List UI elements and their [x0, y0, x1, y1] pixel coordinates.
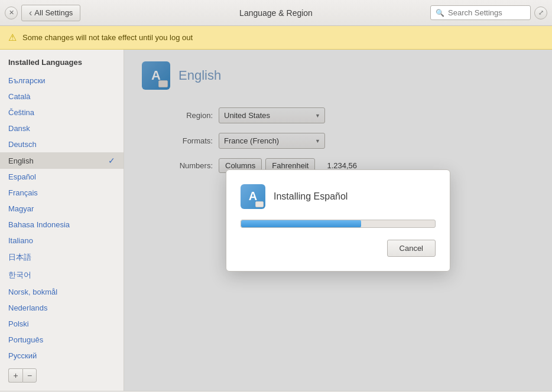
progress-bar-fill	[241, 220, 361, 227]
modal-icon: A	[241, 184, 265, 209]
sidebar-item-bulgarian[interactable]: Български	[0, 73, 124, 89]
sidebar-item-polski[interactable]: Polski	[0, 316, 124, 332]
sidebar-item-italiano[interactable]: Italiano	[0, 233, 124, 249]
sidebar-item-japanese[interactable]: 日本語	[0, 249, 124, 266]
sidebar-item-russian[interactable]: Русский	[0, 348, 124, 364]
sidebar-item-label: 日本語	[8, 252, 31, 263]
sidebar-item-dansk[interactable]: Dansk	[0, 120, 124, 136]
sidebar-item-label: Русский	[8, 351, 37, 360]
sidebar-item-label: Български	[8, 76, 46, 85]
sidebar-item-korean[interactable]: 한국어	[0, 266, 124, 284]
modal-overlay: A Installing Español Cancel	[124, 50, 552, 391]
main-layout: Installed Languages Български Català Češ…	[0, 50, 552, 391]
title-bar: ✕ All Settings Language & Region 🔍 ⤢	[0, 0, 552, 26]
sidebar-item-english[interactable]: English ✓	[0, 152, 124, 169]
sidebar-actions: + −	[0, 364, 124, 387]
search-box[interactable]: 🔍	[430, 5, 531, 20]
sidebar-item-deutsch[interactable]: Deutsch	[0, 136, 124, 152]
warning-banner: ⚠ Some changes will not take effect unti…	[0, 26, 552, 50]
progress-bar-track	[241, 220, 436, 228]
sidebar-item-nederlands[interactable]: Nederlands	[0, 300, 124, 316]
content-area: A English Region: United States Formats:…	[124, 50, 552, 391]
window-title: Language & Region	[239, 8, 313, 18]
search-input[interactable]	[448, 8, 525, 17]
title-bar-right: 🔍 ⤢	[430, 5, 547, 20]
cancel-button[interactable]: Cancel	[387, 240, 436, 257]
sidebar-item-norsk[interactable]: Norsk, bokmål	[0, 284, 124, 300]
sidebar-header: Installed Languages	[0, 54, 124, 73]
sidebar: Installed Languages Български Català Češ…	[0, 50, 124, 391]
sidebar-item-label: Español	[8, 172, 36, 181]
sidebar-item-label: Polski	[8, 319, 29, 328]
sidebar-item-label: Deutsch	[8, 140, 37, 149]
warning-icon: ⚠	[8, 32, 17, 43]
check-icon: ✓	[108, 156, 115, 165]
sidebar-item-label: Nederlands	[8, 303, 48, 312]
sidebar-item-label: Čeština	[8, 108, 34, 117]
sidebar-item-cestina[interactable]: Čeština	[0, 104, 124, 120]
search-icon: 🔍	[436, 9, 444, 17]
remove-language-button[interactable]: −	[22, 368, 37, 383]
sidebar-item-bahasa[interactable]: Bahasa Indonesia	[0, 217, 124, 233]
sidebar-item-label: English	[8, 156, 34, 165]
sidebar-item-label: Bahasa Indonesia	[8, 220, 70, 229]
sidebar-item-label: Magyar	[8, 204, 34, 213]
sidebar-item-label: Dansk	[8, 124, 30, 133]
sidebar-item-francais[interactable]: Français	[0, 185, 124, 201]
maximize-button[interactable]: ⤢	[534, 6, 547, 19]
sidebar-item-catala[interactable]: Català	[0, 89, 124, 104]
sidebar-item-label: 한국어	[8, 270, 31, 280]
modal-footer: Cancel	[241, 240, 436, 257]
sidebar-item-espanol[interactable]: Español	[0, 169, 124, 185]
sidebar-item-label: Norsk, bokmål	[8, 288, 57, 296]
sidebar-item-label: Français	[8, 188, 38, 197]
sidebar-item-label: Italiano	[8, 236, 33, 245]
install-modal: A Installing Español Cancel	[226, 169, 450, 272]
add-language-button[interactable]: +	[8, 368, 22, 383]
modal-title: Installing Español	[274, 191, 348, 202]
all-settings-button[interactable]: All Settings	[21, 5, 80, 21]
modal-header: A Installing Español	[241, 184, 436, 209]
sidebar-item-magyar[interactable]: Magyar	[0, 201, 124, 217]
sidebar-item-label: Català	[8, 92, 31, 101]
sidebar-item-label: Português	[8, 335, 43, 344]
sidebar-item-portugues[interactable]: Português	[0, 332, 124, 348]
close-button[interactable]: ✕	[5, 6, 18, 19]
warning-text: Some changes will not take effect until …	[22, 33, 193, 42]
